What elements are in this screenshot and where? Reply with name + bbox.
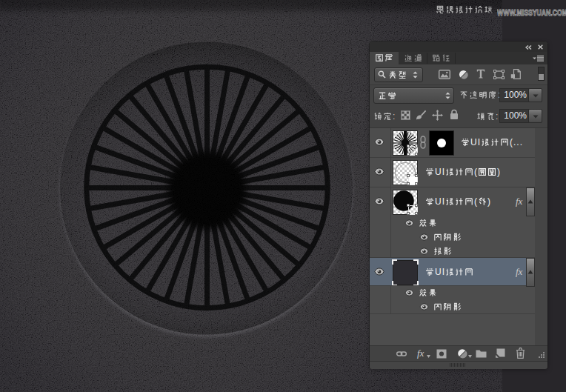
svg-text:WWW.MISSYUAN.COM: WWW.MISSYUAN.COM bbox=[497, 9, 566, 17]
